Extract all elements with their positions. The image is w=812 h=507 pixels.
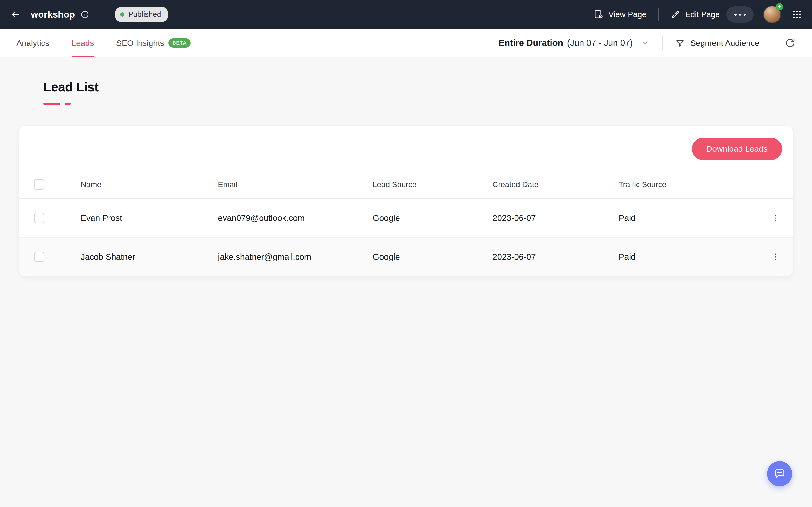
- column-header-name: Name: [81, 180, 218, 189]
- title-underline-decoration: [44, 103, 793, 105]
- lead-email: evan079@outlook.com: [218, 213, 373, 223]
- filter-funnel-icon: [675, 38, 684, 48]
- workspace-title: workshop: [31, 9, 75, 20]
- edit-page-label: Edit Page: [685, 10, 720, 19]
- tab-analytics-label: Analytics: [16, 38, 49, 48]
- tab-seo-insights-label: SEO Insights: [116, 38, 164, 48]
- duration-filter-label: Entire Duration: [499, 38, 563, 48]
- user-avatar[interactable]: +: [763, 6, 781, 23]
- select-all-cell: [19, 179, 81, 190]
- tab-leads[interactable]: Leads: [71, 29, 94, 57]
- column-header-created-date: Created Date: [493, 180, 619, 189]
- published-dot-icon: [120, 12, 124, 17]
- top-bar: workshop Published View Page Edit Page: [0, 0, 812, 29]
- refresh-icon: [785, 38, 796, 48]
- lead-created-date: 2023-06-07: [493, 252, 619, 262]
- back-button[interactable]: [0, 0, 31, 29]
- tabs: Analytics Leads SEO Insights BETA: [16, 29, 191, 57]
- lead-email: jake.shatner@gmail.com: [218, 252, 373, 262]
- kebab-menu-icon: [771, 252, 780, 262]
- duration-filter-range: (Jun 07 - Jun 07): [567, 38, 633, 48]
- column-header-lead-source: Lead Source: [373, 180, 493, 189]
- chat-support-button[interactable]: [767, 461, 792, 486]
- row-actions-menu-button[interactable]: [759, 213, 793, 223]
- segment-audience-label: Segment Audience: [691, 38, 759, 48]
- divider: [102, 8, 102, 21]
- main-content: Lead List Download Leads Name Email Lead…: [0, 80, 812, 276]
- more-options-button[interactable]: [726, 6, 754, 23]
- chat-bubble-icon: [774, 468, 785, 480]
- page-title: Lead List: [44, 80, 793, 94]
- row-checkbox[interactable]: [34, 251, 45, 262]
- tab-leads-label: Leads: [71, 38, 94, 48]
- lead-source: Google: [373, 213, 493, 223]
- edit-pencil-icon: [670, 9, 680, 19]
- duration-filter[interactable]: Entire Duration (Jun 07 - Jun 07): [499, 38, 633, 48]
- lead-traffic-source: Paid: [619, 252, 759, 262]
- select-all-checkbox[interactable]: [34, 179, 45, 190]
- beta-badge: BETA: [168, 38, 191, 48]
- lead-created-date: 2023-06-07: [493, 213, 619, 223]
- view-page-label: View Page: [609, 10, 647, 19]
- lead-name: Evan Prost: [81, 213, 218, 223]
- column-header-email: Email: [218, 180, 373, 189]
- refresh-button[interactable]: [785, 38, 796, 48]
- row-actions-menu-button[interactable]: [759, 252, 793, 262]
- tabs-bar-actions: Entire Duration (Jun 07 - Jun 07) Segmen…: [499, 29, 796, 57]
- avatar-status-badge: +: [776, 3, 783, 10]
- table-row: Evan Prost evan079@outlook.com Google 20…: [19, 199, 793, 237]
- table-header-row: Name Email Lead Source Created Date Traf…: [19, 171, 793, 199]
- ellipsis-icon: [734, 13, 737, 16]
- apps-grid-icon: [792, 9, 802, 20]
- info-icon[interactable]: [81, 10, 89, 19]
- status-badge: Published: [115, 7, 168, 22]
- tabs-bar: Analytics Leads SEO Insights BETA Entire…: [0, 29, 812, 57]
- edit-page-button[interactable]: Edit Page: [670, 9, 720, 19]
- view-page-button[interactable]: View Page: [594, 9, 647, 19]
- divider: [658, 8, 659, 21]
- table-row: Jacob Shatner jake.shatner@gmail.com Goo…: [19, 237, 793, 276]
- divider: [772, 36, 772, 50]
- download-leads-button[interactable]: Download Leads: [692, 137, 782, 160]
- segment-audience-button[interactable]: Segment Audience: [675, 38, 759, 48]
- lead-source: Google: [373, 252, 493, 262]
- lead-name: Jacob Shatner: [81, 252, 218, 262]
- row-checkbox[interactable]: [34, 213, 45, 223]
- kebab-menu-icon: [771, 213, 780, 223]
- lead-list-card: Download Leads Name Email Lead Source Cr…: [19, 126, 793, 276]
- tab-analytics[interactable]: Analytics: [16, 29, 49, 57]
- lead-traffic-source: Paid: [619, 213, 759, 223]
- card-toolbar: Download Leads: [19, 126, 793, 171]
- status-badge-label: Published: [128, 10, 161, 19]
- view-page-icon: [594, 9, 604, 19]
- tab-seo-insights[interactable]: SEO Insights BETA: [116, 29, 191, 57]
- divider: [662, 36, 663, 50]
- apps-grid-button[interactable]: [792, 9, 802, 20]
- chevron-down-icon[interactable]: [641, 38, 650, 48]
- topbar-actions: View Page Edit Page +: [594, 6, 812, 23]
- column-header-traffic-source: Traffic Source: [619, 180, 759, 189]
- arrow-left-icon: [10, 9, 21, 20]
